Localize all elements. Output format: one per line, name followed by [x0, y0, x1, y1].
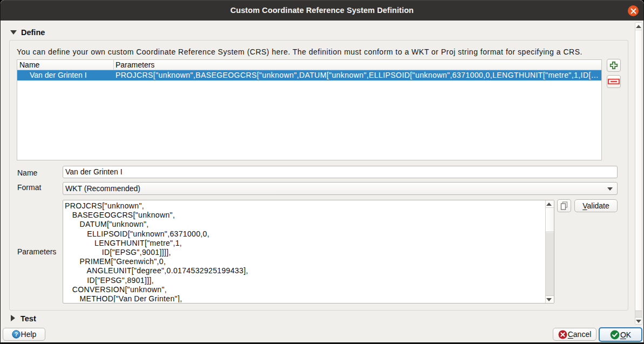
plus-icon [610, 62, 618, 70]
window-title: Custom Coordinate Reference System Defin… [1, 1, 643, 21]
title-bar[interactable]: Custom Coordinate Reference System Defin… [1, 0, 643, 21]
cancel-label: ancel [573, 330, 591, 339]
column-header-name[interactable]: Name [19, 60, 39, 70]
help-icon: ? [12, 330, 21, 339]
dialog-scroll-down-button[interactable] [635, 318, 642, 324]
column-header-parameters[interactable]: Parameters [116, 60, 154, 70]
cancel-label-mnemonic: C [568, 330, 573, 339]
test-section-label: Test [21, 314, 36, 323]
help-label: Help [21, 330, 37, 339]
cancel-button[interactable]: Cancel [553, 328, 596, 341]
scroll-up-button[interactable] [546, 200, 554, 208]
expand-arrow-icon [11, 315, 15, 321]
arrow-up-icon [546, 203, 552, 206]
parameters-textedit[interactable]: PROJCRS["unknown", BASEGEOGCRS["unknown"… [63, 200, 554, 303]
add-crs-button[interactable] [607, 59, 621, 72]
validate-label-mnemonic: V [582, 201, 587, 210]
dialog-scrollbar[interactable] [635, 22, 642, 325]
copy-icon [560, 201, 568, 210]
format-combobox[interactable]: WKT (Recommended) [63, 182, 618, 195]
cancel-icon [558, 330, 567, 339]
scrollbar-thumb[interactable] [546, 208, 554, 232]
crs-row-parameters-cell[interactable]: PROJCRS["unknown",BASEGEOGCRS["unknown",… [116, 70, 600, 80]
dialog-scrollbar-thumb[interactable] [635, 30, 642, 311]
define-section-label: Define [21, 28, 45, 37]
crs-description-text: You can define your own custom Coordinat… [17, 48, 619, 56]
column-divider [113, 60, 114, 70]
dialog-window: Custom Coordinate Reference System Defin… [0, 0, 644, 344]
name-label: Name [17, 168, 37, 177]
collapse-arrow-icon [10, 30, 17, 35]
scroll-down-button[interactable] [546, 296, 554, 303]
format-label: Format [17, 183, 41, 192]
close-icon [631, 8, 636, 14]
scrollbar-track[interactable] [546, 233, 554, 296]
ok-icon [610, 330, 620, 340]
crs-row-selected[interactable]: Van der Grinten I PROJCRS["unknown",BASE… [17, 70, 601, 80]
ok-label-mnemonic: O [620, 330, 626, 339]
validate-label: alidate [587, 201, 609, 210]
close-button[interactable] [628, 5, 639, 16]
crs-list-header: Name Parameters [17, 60, 601, 70]
format-combobox-value: WKT (Recommended) [65, 184, 140, 193]
name-input[interactable]: Van der Grinten I [63, 166, 618, 178]
parameters-label: Parameters [17, 247, 56, 256]
validate-button[interactable]: Validate [574, 199, 618, 212]
dialog-scroll-up-button[interactable] [635, 23, 642, 30]
arrow-up-icon [636, 25, 641, 28]
crs-row-name-cell[interactable]: Van der Grinten I [30, 70, 112, 80]
minus-icon [608, 79, 620, 85]
dialog-scrollbar-track[interactable] [635, 311, 642, 318]
ok-label: K [626, 330, 631, 339]
crs-list[interactable]: Name Parameters Van der Grinten I PROJCR… [17, 59, 602, 160]
ok-button[interactable]: OK [599, 327, 642, 342]
remove-crs-button[interactable] [607, 75, 621, 88]
combo-dropdown-icon [607, 187, 613, 191]
arrow-down-icon [546, 298, 552, 301]
parameters-wkt-text[interactable]: PROJCRS["unknown", BASEGEOGCRS["unknown"… [65, 201, 544, 302]
arrow-down-icon [636, 320, 641, 323]
svg-text:?: ? [14, 331, 17, 338]
parameters-scrollbar[interactable] [545, 200, 554, 303]
copy-parameters-button[interactable] [557, 199, 571, 212]
help-button[interactable]: ? Help [3, 328, 45, 341]
define-groupbox: You can define your own custom Coordinat… [9, 40, 628, 311]
